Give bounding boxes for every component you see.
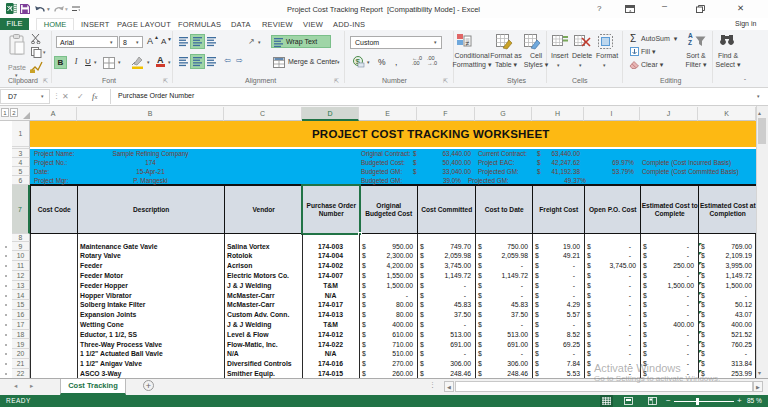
svg-text:≠: ≠ [466,40,470,47]
